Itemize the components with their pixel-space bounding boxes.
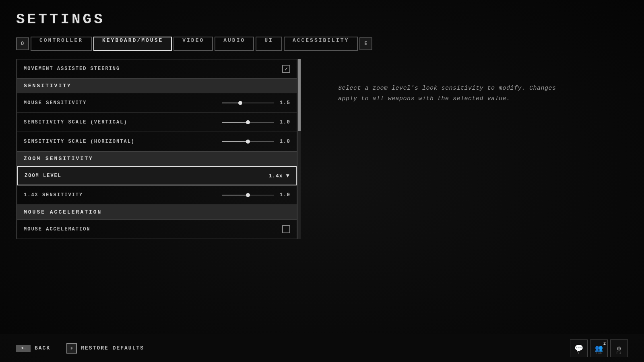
mouse-sensitivity-label: MOUSE SENSITIVITY (24, 100, 222, 106)
mouse-acceleration-checkbox[interactable] (282, 225, 290, 233)
left-panel: MOVEMENT ASSISTED STEERING SENSITIVITY M… (16, 59, 298, 349)
sensitivity-14x-label: 1.4X SENSITIVITY (24, 192, 222, 198)
mouse-sensitivity-value: 1.5 (278, 100, 290, 106)
page-title: SETTINGS (16, 11, 628, 28)
chat-key-label: Y (570, 351, 587, 355)
tabs-row: O CONTROLLER KEYBOARD/MOUSE VIDEO AUDIO … (16, 37, 628, 51)
bottom-right-hud: 💬 Y 👥 2 Tab ⚙ F1 (570, 339, 628, 357)
description-text: Select a zoom level's look sensitivity t… (338, 83, 564, 104)
page-wrapper: SETTINGS O CONTROLLER KEYBOARD/MOUSE VID… (0, 0, 644, 362)
sensitivity-14x-thumb[interactable] (246, 193, 250, 197)
mouse-acceleration-header: MOUSE ACCELERATION (17, 205, 297, 220)
mouse-acceleration-row[interactable]: MOUSE ACCELERATION (17, 220, 297, 239)
back-arrow-icon: ◄— (16, 345, 31, 352)
restore-key-icon: F (66, 343, 77, 354)
scrollbar-thumb (298, 59, 301, 131)
scrollbar[interactable] (298, 59, 301, 239)
back-action[interactable]: ◄— Back (16, 343, 50, 354)
tab-keyboard-mouse[interactable]: KEYBOARD/MOUSE (93, 37, 172, 51)
sensitivity-vertical-fill (222, 122, 248, 123)
team-key-label: Tab (590, 351, 607, 355)
header: SETTINGS O CONTROLLER KEYBOARD/MOUSE VID… (0, 0, 644, 51)
sensitivity-horizontal-slider[interactable]: 1.0 (222, 138, 290, 144)
tab-audio[interactable]: AUDIO (215, 37, 254, 51)
sensitivity-horizontal-row[interactable]: SENSITIVITY SCALE (HORIZONTAL) 1.0 (17, 132, 297, 151)
tab-nav-left[interactable]: O (16, 37, 29, 50)
sensitivity-vertical-row[interactable]: SENSITIVITY SCALE (VERTICAL) 1.0 (17, 113, 297, 132)
sensitivity-horizontal-track (222, 141, 274, 142)
sensitivity-14x-fill (222, 195, 248, 195)
team-badge: 2 (603, 341, 606, 346)
mouse-acceleration-label: MOUSE ACCELERATION (24, 226, 282, 232)
mouse-sensitivity-fill (222, 103, 240, 103)
movement-steering-checkbox[interactable] (282, 65, 290, 73)
tab-ui[interactable]: UI (256, 37, 282, 51)
sensitivity-vertical-track (222, 122, 274, 123)
sensitivity-vertical-value: 1.0 (278, 119, 290, 125)
sensitivity-horizontal-thumb[interactable] (246, 140, 250, 144)
sensitivity-header: SENSITIVITY (17, 78, 297, 93)
settings-icon-btn[interactable]: ⚙ F1 (610, 339, 628, 357)
chat-icon-btn[interactable]: 💬 Y (570, 339, 588, 357)
settings-list: MOVEMENT ASSISTED STEERING SENSITIVITY M… (16, 59, 298, 239)
sensitivity-horizontal-label: SENSITIVITY SCALE (HORIZONTAL) (24, 139, 222, 144)
sensitivity-vertical-slider[interactable]: 1.0 (222, 119, 290, 125)
mouse-sensitivity-slider[interactable]: 1.5 (222, 100, 290, 106)
sensitivity-horizontal-value: 1.0 (278, 138, 290, 144)
restore-defaults-action[interactable]: F Restore Defaults (66, 343, 144, 354)
restore-key: F (66, 343, 77, 354)
movement-steering-label: MOVEMENT ASSISTED STEERING (24, 66, 282, 72)
bottom-bar: ◄— Back F Restore Defaults 💬 Y 👥 2 T (0, 334, 644, 362)
team-icon-btn[interactable]: 👥 2 Tab (590, 339, 608, 357)
sensitivity-14x-track (222, 195, 274, 195)
main-content: MOVEMENT ASSISTED STEERING SENSITIVITY M… (0, 51, 644, 349)
zoom-level-value: 1.4x (268, 173, 283, 179)
tab-controller[interactable]: CONTROLLER (31, 37, 92, 51)
sensitivity-vertical-label: SENSITIVITY SCALE (VERTICAL) (24, 119, 222, 125)
restore-defaults-label: Restore Defaults (81, 345, 144, 351)
zoom-level-label: ZOOM LEVEL (25, 173, 268, 179)
tab-nav-right[interactable]: E (359, 37, 372, 50)
tab-accessibility[interactable]: ACCESSIBILITY (284, 37, 358, 51)
dropdown-arrow-icon: ▼ (286, 173, 289, 179)
sensitivity-vertical-thumb[interactable] (246, 120, 250, 124)
mouse-sensitivity-track (222, 103, 274, 103)
sensitivity-14x-slider[interactable]: 1.0 (222, 192, 290, 198)
sensitivity-14x-value: 1.0 (278, 192, 290, 198)
right-panel: Select a zoom level's look sensitivity t… (314, 59, 628, 349)
sensitivity-14x-row[interactable]: 1.4X SENSITIVITY 1.0 (17, 185, 297, 205)
mouse-sensitivity-thumb[interactable] (238, 101, 242, 105)
movement-steering-row[interactable]: MOVEMENT ASSISTED STEERING (17, 59, 297, 78)
tab-video[interactable]: VIDEO (173, 37, 213, 51)
sensitivity-horizontal-fill (222, 141, 248, 142)
bottom-actions: ◄— Back F Restore Defaults (16, 343, 570, 354)
zoom-level-row[interactable]: ZOOM LEVEL 1.4x ▼ (17, 166, 297, 185)
back-label: Back (35, 345, 50, 351)
settings-key-label: F1 (611, 351, 627, 355)
zoom-sensitivity-header: ZOOM SENSITIVITY (17, 151, 297, 166)
mouse-sensitivity-row[interactable]: MOUSE SENSITIVITY 1.5 (17, 93, 297, 113)
back-key-icon: ◄— (16, 345, 31, 352)
